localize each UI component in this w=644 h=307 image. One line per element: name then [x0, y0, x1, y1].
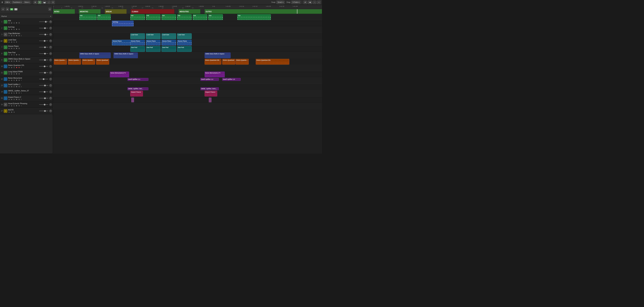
instr-fader[interactable] [39, 111, 48, 111]
kik-star-btn[interactable]: ✱ [16, 22, 18, 24]
clip-distro-8[interactable]: Distro Quantum DS. [256, 59, 289, 64]
clapmo-star-btn[interactable]: ✱ [16, 35, 18, 37]
clip-omni-3[interactable]: OMNI Glass Bells in Space [204, 52, 230, 58]
clip-smse-2[interactable]: SMSE_Uplifter_Nois... [200, 87, 219, 90]
clip-omni-2[interactable]: OMNI Glass Bells in Space [114, 52, 138, 58]
omni-m-btn[interactable]: M [10, 60, 13, 62]
distro-r-btn[interactable]: ✱ [16, 66, 18, 68]
distro-r2-btn[interactable]: R [18, 66, 20, 68]
kik-m-btn[interactable]: M [10, 22, 13, 24]
vc-vol-knob[interactable] [49, 103, 52, 106]
clapmo-vol-knob[interactable] [49, 33, 52, 36]
snap-select[interactable]: Smart ▾ [276, 1, 284, 4]
clapmo-m-btn[interactable]: M [10, 35, 13, 37]
li-star-btn[interactable]: ✱ [16, 73, 18, 75]
sw-s-btn[interactable]: S [13, 86, 15, 88]
clapmo-h-btn[interactable]: H [8, 35, 10, 37]
distro-vol-knob[interactable] [49, 65, 52, 68]
vc-m-btn[interactable]: M [10, 105, 13, 107]
snclap-r-btn[interactable]: R [18, 28, 20, 30]
instr-m-btn[interactable]: M [10, 111, 13, 113]
view-menu[interactable]: View ▾ [23, 1, 31, 4]
misc-btn-4[interactable]: ⇿ [317, 1, 321, 4]
omni-fader[interactable] [39, 60, 48, 60]
clip-vc-2[interactable] [209, 98, 212, 102]
kik-fader[interactable] [39, 22, 48, 22]
leadsaw-fader[interactable] [39, 40, 48, 41]
clip-sp-4[interactable]: Saw Pad [177, 46, 192, 52]
clip-distro-6[interactable]: Distro Quantum [222, 59, 235, 64]
clip-leadsaw-1[interactable]: Lead Saw [130, 33, 145, 39]
sw-star-btn[interactable]: ✱ [16, 86, 18, 88]
h-button[interactable]: H [10, 8, 13, 10]
kik-r-btn[interactable]: R [18, 22, 20, 24]
functions-menu[interactable]: Functions ▾ [12, 1, 22, 4]
smse-fader[interactable] [39, 92, 48, 92]
misc-btn-1[interactable]: ⇄ [304, 1, 307, 4]
imp-fader[interactable] [39, 98, 48, 98]
clip-imp-1[interactable]: Impact Fiasco [130, 91, 143, 96]
li-r-btn[interactable]: R [18, 73, 20, 75]
clip-leadsaw-3[interactable]: Lead Saw [162, 33, 176, 39]
li-vol-knob[interactable] [49, 72, 52, 74]
housepiano-star-btn[interactable]: ✱ [16, 48, 18, 50]
leadsaw-r-btn[interactable]: R [16, 41, 18, 43]
snclap-m-btn[interactable]: M [10, 28, 13, 30]
snclap-star-btn[interactable]: ✱ [16, 28, 18, 30]
clip-distro-1[interactable]: Distro Quantum DS. [54, 59, 67, 64]
clapmo-s-btn[interactable]: S [13, 35, 15, 37]
marker-add-button[interactable]: + [50, 15, 51, 18]
omni-star-btn[interactable]: ✱ [16, 60, 18, 62]
s-button[interactable]: S [14, 8, 18, 10]
vc-s-btn[interactable]: S [13, 105, 15, 107]
sawpad-s-btn[interactable]: S [13, 54, 15, 56]
omni-h-btn[interactable]: H [8, 60, 10, 62]
clip-hp-4[interactable]: House Piano [162, 40, 176, 46]
imp-vol-knob[interactable] [49, 97, 52, 100]
imp-h-btn[interactable]: H [8, 98, 10, 100]
clip-sw-1[interactable]: Swell Uplifter 1.1 [128, 78, 148, 81]
clip-kik-7[interactable]: KIK [193, 14, 207, 20]
imp-m-btn[interactable]: M [10, 98, 13, 100]
vc-star-btn[interactable]: ✱ [16, 105, 18, 107]
edit-menu[interactable]: Edit ▾ [4, 1, 11, 4]
snclap-fader[interactable] [39, 28, 48, 28]
vc-h-btn[interactable]: H [8, 105, 10, 107]
sw-m-btn[interactable]: M [10, 86, 13, 88]
clip-snclap-1[interactable]: Sn/Clap [112, 20, 134, 26]
clip-kik-5[interactable]: KIK [162, 14, 176, 20]
li-m-btn[interactable]: M [10, 73, 13, 75]
imp-s-btn[interactable]: S [13, 98, 15, 100]
misc-btn-3[interactable]: ○ [313, 1, 316, 4]
li-fader[interactable] [39, 72, 48, 73]
nm-h-btn[interactable]: H [8, 79, 10, 81]
misc-btn-2[interactable]: |◀| [308, 1, 312, 4]
nm-star-btn[interactable]: ✱ [16, 79, 18, 81]
nm-r-btn[interactable]: R [18, 79, 20, 81]
distro-h-btn[interactable]: H [8, 66, 10, 68]
smse-h-btn[interactable]: H [8, 92, 10, 94]
clip-sp-3[interactable]: Saw Pad [162, 46, 176, 52]
vc-r-btn[interactable]: R [18, 105, 20, 107]
clip-sp-2[interactable]: Saw Pad [146, 46, 160, 52]
clip-sp-1[interactable]: Saw Pad [130, 46, 145, 52]
clip-sw-3[interactable]: Swell Uplifter 1.2 [222, 78, 241, 81]
clip-nm-1[interactable]: Noise Monument.3 ↻ [110, 72, 129, 77]
clip-vc-1[interactable] [131, 98, 134, 102]
distro-fader[interactable] [39, 66, 48, 66]
clip-distro-7[interactable]: Distro Quantum DS. [236, 59, 249, 64]
smse-i-btn[interactable]: I [21, 92, 22, 94]
clip-kik-1[interactable]: KIK [79, 14, 96, 20]
sw-i-btn[interactable]: I [21, 86, 22, 88]
clip-hp-3[interactable]: House Piano [146, 40, 160, 46]
clip-kik-9[interactable]: KIK [237, 14, 271, 20]
sawpad-fader[interactable] [39, 53, 48, 54]
clip-leadsaw-2[interactable]: Lead Saw [146, 33, 160, 39]
piano-roll-btn[interactable]: 🎹 [42, 1, 46, 4]
clip-kik-2[interactable]: KIK [97, 14, 111, 20]
kik-h-btn[interactable]: H [8, 22, 10, 24]
distro-s-btn[interactable]: S [13, 66, 15, 68]
clip-distro-3[interactable]: Distro Quantum DS. [82, 59, 95, 64]
leadsaw-vol-knob[interactable] [49, 40, 52, 42]
sawpad-vol-knob[interactable] [49, 52, 52, 55]
